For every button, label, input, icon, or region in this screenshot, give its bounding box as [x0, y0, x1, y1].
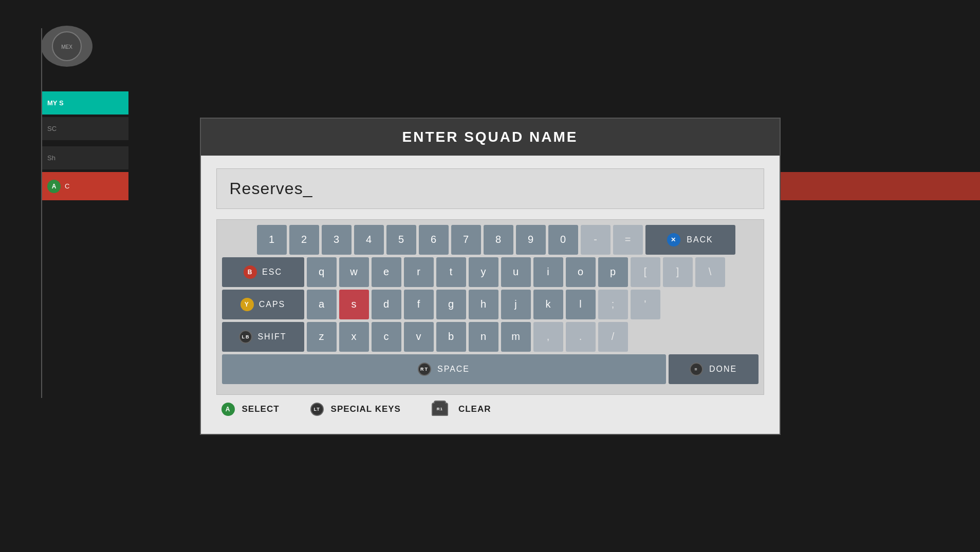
qwerty-row: B ESC q w e r t y u i o p [ ] \ — [222, 257, 759, 287]
key-i[interactable]: i — [533, 257, 563, 287]
menu-button-icon: ≡ — [690, 363, 703, 376]
x-button-icon: ✕ — [667, 233, 680, 246]
key-k[interactable]: k — [533, 290, 563, 319]
a-button-icon: A — [221, 403, 235, 416]
space-row: RT SPACE ≡ DONE — [222, 354, 759, 384]
caps-button[interactable]: Y CAPS — [222, 290, 304, 319]
virtual-keyboard: 1 2 3 4 5 6 7 8 9 0 - = ✕ BACK B — [216, 219, 764, 395]
zxcv-row: LB SHIFT z x c v b n m , . / — [222, 322, 759, 352]
key-7[interactable]: 7 — [451, 225, 481, 255]
key-v[interactable]: v — [404, 322, 434, 352]
key-h[interactable]: h — [469, 290, 498, 319]
key-d[interactable]: d — [372, 290, 401, 319]
key-6[interactable]: 6 — [419, 225, 449, 255]
key-a[interactable]: a — [307, 290, 337, 319]
key-u[interactable]: u — [501, 257, 531, 287]
space-button[interactable]: RT SPACE — [222, 354, 666, 384]
b-button-icon: B — [244, 265, 257, 279]
key-q[interactable]: q — [307, 257, 337, 287]
lb-button-icon: LB — [239, 330, 252, 344]
key-j[interactable]: j — [501, 290, 531, 319]
esc-button[interactable]: B ESC — [222, 257, 304, 287]
key-comma[interactable]: , — [533, 322, 563, 352]
key-semicolon[interactable]: ; — [598, 290, 628, 319]
key-y[interactable]: y — [469, 257, 498, 287]
modal-title: ENTER SQUAD NAME — [402, 129, 578, 145]
key-m[interactable]: m — [501, 322, 531, 352]
key-f[interactable]: f — [404, 290, 434, 319]
modal-header: ENTER SQUAD NAME — [201, 119, 780, 156]
key-g[interactable]: g — [436, 290, 466, 319]
key-4[interactable]: 4 — [354, 225, 384, 255]
key-o[interactable]: o — [566, 257, 596, 287]
key-t[interactable]: t — [436, 257, 466, 287]
key-r[interactable]: r — [404, 257, 434, 287]
special-keys-action: LT SPECIAL KEYS — [310, 403, 401, 416]
input-value: Reserves_ — [230, 179, 313, 198]
key-5[interactable]: 5 — [386, 225, 416, 255]
select-label: SELECT — [242, 404, 280, 414]
clear-action: R1 CLEAR — [432, 403, 491, 416]
modal-body: Reserves_ 1 2 3 4 5 6 7 8 9 0 - = ✕ BA — [201, 156, 780, 434]
key-2[interactable]: 2 — [289, 225, 319, 255]
rt-button-icon: RT — [418, 363, 431, 376]
key-8[interactable]: 8 — [484, 225, 513, 255]
key-backslash[interactable]: \ — [695, 257, 725, 287]
key-s[interactable]: s — [339, 290, 369, 319]
key-e[interactable]: e — [372, 257, 401, 287]
key-quote[interactable]: ' — [631, 290, 660, 319]
asdf-row: Y CAPS a s d f g h j k l ; ' — [222, 290, 759, 319]
key-1[interactable]: 1 — [257, 225, 287, 255]
select-action: A SELECT — [221, 403, 280, 416]
clear-label: CLEAR — [458, 404, 491, 414]
key-w[interactable]: w — [339, 257, 369, 287]
number-row: 1 2 3 4 5 6 7 8 9 0 - = ✕ BACK — [222, 225, 759, 255]
key-equals[interactable]: = — [613, 225, 643, 255]
key-rbracket[interactable]: ] — [663, 257, 693, 287]
done-button[interactable]: ≡ DONE — [669, 354, 759, 384]
lt-button-icon: LT — [310, 403, 324, 416]
key-minus[interactable]: - — [581, 225, 611, 255]
key-0[interactable]: 0 — [548, 225, 578, 255]
y-button-icon: Y — [241, 298, 254, 311]
key-period[interactable]: . — [566, 322, 596, 352]
key-n[interactable]: n — [469, 322, 498, 352]
key-3[interactable]: 3 — [322, 225, 352, 255]
action-bar: A SELECT LT SPECIAL KEYS R1 CLEAR — [216, 395, 764, 418]
key-slash[interactable]: / — [598, 322, 628, 352]
squad-name-input[interactable]: Reserves_ — [216, 168, 764, 209]
key-lbracket[interactable]: [ — [631, 257, 660, 287]
key-b[interactable]: b — [436, 322, 466, 352]
key-l[interactable]: l — [566, 290, 596, 319]
back-button[interactable]: ✕ BACK — [645, 225, 735, 255]
key-x[interactable]: x — [339, 322, 369, 352]
key-z[interactable]: z — [307, 322, 337, 352]
r1-trigger-icon: R1 — [432, 403, 451, 416]
modal-container: ENTER SQUAD NAME Reserves_ 1 2 3 4 5 6 7… — [200, 118, 781, 435]
key-c[interactable]: c — [372, 322, 401, 352]
special-keys-label: SPECIAL KEYS — [331, 404, 401, 414]
svg-text:MEX: MEX — [61, 44, 72, 50]
shift-button[interactable]: LB SHIFT — [222, 322, 304, 352]
key-9[interactable]: 9 — [516, 225, 546, 255]
key-p[interactable]: p — [598, 257, 628, 287]
